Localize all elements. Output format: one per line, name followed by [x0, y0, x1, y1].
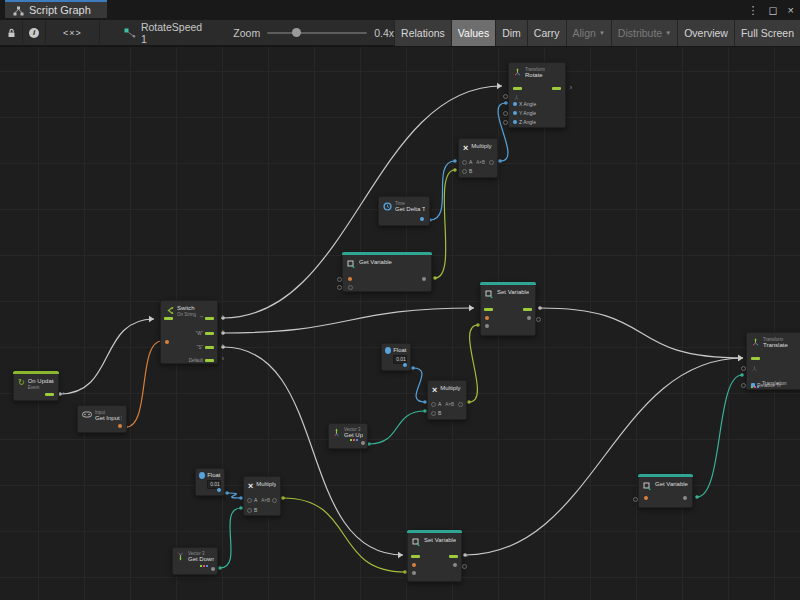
- port-z-angle[interactable]: Z Angle: [513, 119, 536, 125]
- variable-name-port[interactable]: [348, 277, 352, 281]
- input-a-port[interactable]: [431, 402, 436, 407]
- input-b-port[interactable]: [462, 169, 467, 174]
- case-flow-port[interactable]: [205, 359, 214, 362]
- port-x-angle[interactable]: X Angle: [513, 101, 536, 107]
- node-title: On Update: [28, 378, 54, 385]
- node-multiply-1[interactable]: × Multiply AA×B B: [458, 138, 498, 178]
- gamepad-icon: [82, 411, 92, 418]
- node-title: Translate: [763, 342, 788, 349]
- flow-out-port[interactable]: [45, 393, 54, 396]
- result-output-port[interactable]: [458, 402, 463, 407]
- flow-out-port[interactable]: [449, 555, 458, 558]
- node-multiply-2[interactable]: × Multiply AA×B B: [427, 380, 467, 420]
- chevron-right-icon: ›: [222, 313, 224, 320]
- value-output-port[interactable]: [422, 277, 426, 281]
- node-title: Get Variable: [359, 259, 392, 266]
- vector3-down-icon: [176, 552, 185, 561]
- chevron-right-icon: ›: [466, 552, 468, 559]
- node-float-1[interactable]: Float 0.01: [381, 343, 411, 371]
- node-title: Set Variable: [424, 537, 456, 544]
- case-row[interactable]: Default: [189, 358, 214, 363]
- flow-in-port[interactable]: [751, 357, 760, 360]
- node-get-down[interactable]: Vector 3 Get Down: [172, 547, 218, 575]
- multiply-icon: ×: [248, 482, 253, 491]
- input-a-port[interactable]: [462, 160, 467, 165]
- case-flow-port[interactable]: [205, 332, 214, 335]
- variable-name-port[interactable]: [644, 496, 648, 500]
- node-rotate[interactable]: Transform Rotate X Angle Y Angle Z Angle…: [508, 62, 566, 128]
- variable-name-port[interactable]: [412, 563, 416, 567]
- node-title: Get Input Strin: [95, 415, 122, 422]
- fallback-port[interactable]: [348, 285, 353, 290]
- flow-in-port[interactable]: [164, 317, 173, 320]
- float-output-port[interactable]: [403, 363, 407, 367]
- flow-out-port[interactable]: [552, 87, 561, 90]
- node-get-input-string[interactable]: Input Get Input Strin: [77, 405, 127, 433]
- port-y-angle[interactable]: Y Angle: [513, 110, 536, 116]
- case-row[interactable]: "S": [197, 345, 214, 350]
- node-float-2[interactable]: Float 0.01: [195, 468, 225, 496]
- result-output-port[interactable]: [489, 160, 494, 165]
- chevron-right-icon: ›: [222, 328, 224, 335]
- input-b-port[interactable]: [431, 411, 436, 416]
- float-output-port[interactable]: [217, 488, 221, 492]
- selector-port[interactable]: [165, 340, 169, 344]
- unconnected-port-dot: [462, 564, 467, 569]
- float-icon: [385, 347, 391, 354]
- value-output-port[interactable]: [527, 316, 531, 320]
- case-row[interactable]: "W": [196, 331, 214, 336]
- vector-output-port[interactable]: [361, 441, 365, 445]
- port-relative-to[interactable]: Relative Tr: [751, 382, 781, 388]
- target-transform-port-icon[interactable]: [513, 94, 520, 101]
- flow-out-port[interactable]: [523, 308, 532, 311]
- node-get-up[interactable]: Vector 3 Get Up: [328, 423, 368, 449]
- flow-in-port[interactable]: [484, 308, 493, 311]
- node-title: Get Delta Time: [395, 206, 425, 213]
- multiply-icon: ×: [432, 386, 437, 395]
- node-get-delta-time[interactable]: Time Get Delta Time: [378, 196, 430, 226]
- unconnected-port-dot: [536, 317, 541, 322]
- unconnected-port-dot: [741, 366, 746, 371]
- node-title: Switch: [177, 305, 196, 312]
- unconnected-port-dot: [337, 285, 342, 290]
- value-output-port[interactable]: [453, 563, 457, 567]
- node-set-variable-1[interactable]: Set Variable ›: [480, 282, 536, 336]
- input-b-port[interactable]: [247, 508, 252, 513]
- node-multiply-3[interactable]: × Multiply AA×B B: [243, 476, 281, 516]
- input-a-port[interactable]: [247, 498, 252, 503]
- node-title: Get Variable: [655, 481, 688, 488]
- value-output-port[interactable]: [683, 496, 687, 500]
- transform-gizmo-icon: [751, 338, 760, 347]
- case-flow-port[interactable]: [205, 346, 214, 349]
- update-loop-icon: ↻: [18, 379, 25, 387]
- chevron-right-icon: ›: [570, 84, 572, 91]
- flow-in-port[interactable]: [513, 87, 522, 90]
- value-input-port[interactable]: [485, 324, 489, 328]
- case-flow-port[interactable]: [205, 317, 214, 320]
- unconnected-port-dot: [503, 120, 508, 125]
- transform-gizmo-icon: [513, 68, 522, 77]
- vector-output-port[interactable]: [211, 567, 215, 571]
- node-on-update[interactable]: ↻ On Update Event ›: [13, 371, 59, 401]
- value-input-port[interactable]: [412, 571, 416, 575]
- vector3-type-dots: [350, 427, 359, 445]
- node-title: Rotate: [525, 72, 545, 79]
- node-switch-on-string[interactable]: Switch On String "" "W" "S" Default › › …: [160, 300, 218, 364]
- string-output-port[interactable]: [118, 424, 122, 428]
- flow-in-port[interactable]: [411, 555, 420, 558]
- node-translate[interactable]: Transform Translate Translation Relative…: [746, 332, 800, 390]
- node-set-variable-2[interactable]: Set Variable ›: [407, 530, 462, 582]
- node-title: Multiply: [440, 385, 460, 392]
- variable-name-port[interactable]: [485, 316, 489, 320]
- node-get-variable-2[interactable]: Get Variable: [638, 474, 693, 508]
- branch-icon: [165, 306, 174, 315]
- chevron-right-icon: ›: [540, 305, 542, 312]
- variable-box-icon: [347, 260, 356, 269]
- case-row[interactable]: "": [200, 316, 214, 321]
- unconnected-port-dot: [503, 111, 508, 116]
- result-output-port[interactable]: [272, 498, 277, 503]
- node-get-variable-1[interactable]: Get Variable: [342, 252, 432, 292]
- float-output-port[interactable]: [420, 217, 424, 221]
- target-transform-port-icon[interactable]: [751, 365, 758, 372]
- chevron-right-icon: ›: [222, 355, 224, 362]
